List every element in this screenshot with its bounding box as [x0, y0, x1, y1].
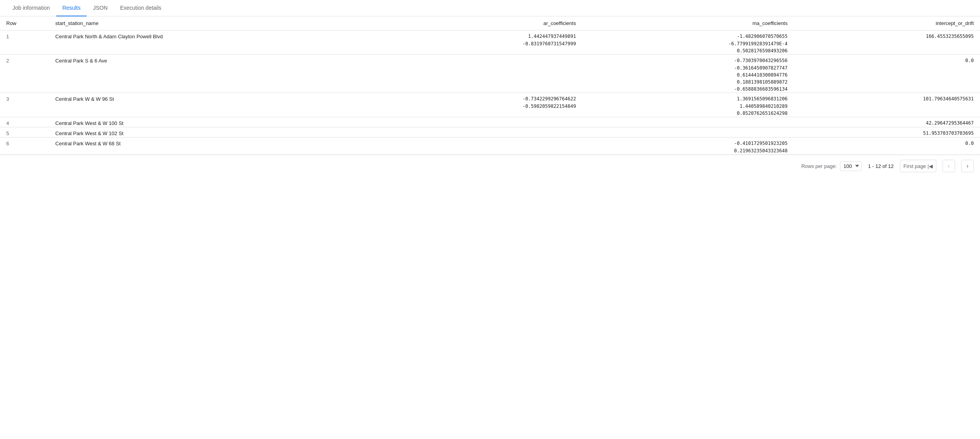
cell-ar [371, 117, 582, 127]
cell-ma: -6.779919928391479E-4 [582, 40, 794, 47]
table-row: -0.6588836683596134 [0, 86, 980, 93]
cell-station-name: Central Park West & W 100 St [49, 117, 371, 127]
cell-intercept: 0.0 [794, 137, 980, 148]
rows-per-page-control: Rows per page: 100 50 25 [801, 161, 862, 171]
cell-station-name [49, 103, 371, 110]
cell-ar [371, 71, 582, 79]
cell-ar: -0.7342299296764622 [371, 93, 582, 103]
col-ma: ma_coefficients [582, 16, 794, 30]
first-page-icon: |◀ [928, 163, 933, 169]
cell-intercept [794, 40, 980, 47]
cell-ma: 0.21963235043323648 [582, 147, 794, 155]
cell-ma: 1.3691565096831206 [582, 93, 794, 103]
cell-intercept [794, 64, 980, 71]
tab-results[interactable]: Results [56, 0, 87, 16]
cell-ma: -0.6588836683596134 [582, 86, 794, 93]
cell-intercept: 166.4553235655095 [794, 30, 980, 41]
cell-ma: 1.440589840210289 [582, 103, 794, 110]
cell-station-name: Central Park W & W 96 St [49, 93, 371, 103]
cell-intercept: 101.79634640575631 [794, 93, 980, 103]
cell-ar [371, 137, 582, 148]
cell-intercept [794, 86, 980, 93]
cell-station-name: Central Park S & 6 Ave [49, 55, 371, 65]
cell-ma: -0.4101729501923205 [582, 137, 794, 148]
cell-ma [582, 117, 794, 127]
cell-ma [582, 127, 794, 137]
cell-station-name [49, 64, 371, 71]
table-row: 6Central Park West & W 68 St-0.410172950… [0, 137, 980, 148]
tab-execution-details[interactable]: Execution details [114, 0, 168, 16]
rows-per-page-select[interactable]: 100 50 25 [840, 161, 862, 171]
cell-ma: -0.3616450907827747 [582, 64, 794, 71]
table-row: -0.59820598221548491.440589840210289 [0, 103, 980, 110]
cell-row-num [0, 71, 49, 79]
cell-station-name [49, 79, 371, 86]
table-row: 0.1881398105889872 [0, 79, 980, 86]
cell-ar [371, 147, 582, 155]
first-page-button[interactable]: First page |◀ [900, 160, 936, 172]
table-row: 5Central Park West & W 102 St51.95370370… [0, 127, 980, 137]
cell-row-num [0, 64, 49, 71]
cell-row-num [0, 110, 49, 117]
cell-ar [371, 79, 582, 86]
cell-row-num: 5 [0, 127, 49, 137]
cell-ma: 0.6144410300894776 [582, 71, 794, 79]
cell-ar [371, 110, 582, 117]
tab-json[interactable]: JSON [87, 0, 114, 16]
cell-row-num [0, 47, 49, 55]
cell-ma: -1.482906070570655 [582, 30, 794, 41]
table-row: -0.8319760731547999-6.779919928391479E-4 [0, 40, 980, 47]
cell-intercept [794, 147, 980, 155]
cell-ar: 1.442447937449891 [371, 30, 582, 41]
col-intercept: intercept_or_drift [794, 16, 980, 30]
cell-station-name: Central Park West & W 68 St [49, 137, 371, 148]
cell-ma: 0.5028176598493206 [582, 47, 794, 55]
tab-job-information[interactable]: Job information [6, 0, 56, 16]
cell-intercept [794, 103, 980, 110]
cell-ar [371, 86, 582, 93]
prev-page-button[interactable]: ‹ [943, 160, 955, 172]
cell-station-name [49, 110, 371, 117]
table-row: 0.5028176598493206 [0, 47, 980, 55]
cell-row-num: 3 [0, 93, 49, 103]
table-row: 3Central Park W & W 96 St-0.734229929676… [0, 93, 980, 103]
cell-ar [371, 47, 582, 55]
table-row: -0.3616450907827747 [0, 64, 980, 71]
cell-row-num [0, 147, 49, 155]
cell-ar [371, 55, 582, 65]
cell-intercept [794, 79, 980, 86]
cell-ma: 0.8520762651624298 [582, 110, 794, 117]
cell-station-name [49, 71, 371, 79]
cell-station-name [49, 47, 371, 55]
prev-icon: ‹ [948, 162, 950, 170]
pagination-info: 1 - 12 of 12 [868, 163, 894, 169]
col-ar: ar_coefficients [371, 16, 582, 30]
first-page-label: First page [904, 163, 926, 169]
cell-row-num [0, 40, 49, 47]
cell-row-num: 2 [0, 55, 49, 65]
table-footer: Rows per page: 100 50 25 1 - 12 of 12 Fi… [0, 155, 980, 177]
table-row: 0.21963235043323648 [0, 147, 980, 155]
cell-row-num [0, 103, 49, 110]
cell-row-num: 1 [0, 30, 49, 41]
cell-intercept [794, 71, 980, 79]
results-table-container: Row start_station_name ar_coefficients m… [0, 16, 980, 155]
next-page-button[interactable]: › [961, 160, 974, 172]
cell-ar [371, 64, 582, 71]
table-header-row: Row start_station_name ar_coefficients m… [0, 16, 980, 30]
cell-intercept: 0.0 [794, 55, 980, 65]
cell-row-num [0, 79, 49, 86]
cell-row-num [0, 86, 49, 93]
cell-ar [371, 127, 582, 137]
cell-intercept: 42.29647295364467 [794, 117, 980, 127]
table-row: 4Central Park West & W 100 St42.29647295… [0, 117, 980, 127]
cell-row-num: 6 [0, 137, 49, 148]
cell-station-name: Central Park North & Adam Clayton Powell… [49, 30, 371, 41]
table-row: 0.6144410300894776 [0, 71, 980, 79]
results-table: Row start_station_name ar_coefficients m… [0, 16, 980, 155]
cell-ma: 0.1881398105889872 [582, 79, 794, 86]
cell-station-name [49, 86, 371, 93]
cell-intercept: 51.953703703703695 [794, 127, 980, 137]
next-icon: › [966, 162, 968, 170]
tab-bar: Job information Results JSON Execution d… [0, 0, 980, 16]
